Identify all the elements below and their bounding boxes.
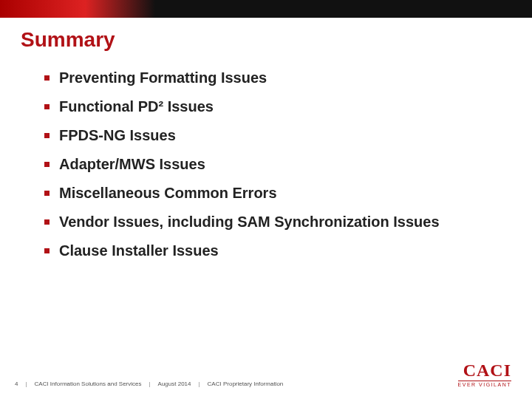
list-item: Functional PD² Issues [44,92,502,121]
list-item: Vendor Issues, including SAM Synchroniza… [44,208,502,236]
brand-name: CACI [458,361,511,379]
list-item: FPDS-NG Issues [44,121,502,150]
page-title: Summary [0,18,532,58]
brand-tagline: EVER VIGILANT [458,381,511,387]
decorative-top-bar [0,0,532,18]
slide: Summary Preventing Formatting Issues Fun… [0,0,532,399]
list-item: Clause Installer Issues [44,236,502,265]
footer-meta: 4 | CACI Information Solutions and Servi… [15,381,283,387]
separator-icon: | [25,381,27,387]
footer-org: CACI Information Solutions and Services [35,381,142,387]
list-item: Adapter/MWS Issues [44,150,502,179]
separator-icon: | [199,381,200,387]
list-item: Preventing Formatting Issues [44,64,502,92]
list-item: Miscellaneous Common Errors [44,179,502,208]
bullet-list: Preventing Formatting Issues Functional … [0,58,532,265]
brand-logo: CACI EVER VIGILANT [458,361,511,387]
footer-rights: CACI Proprietary Information [208,381,284,387]
separator-icon: | [149,381,151,387]
footer-date: August 2014 [158,381,191,387]
footer: 4 | CACI Information Solutions and Servi… [0,361,532,387]
page-number: 4 [15,381,18,387]
